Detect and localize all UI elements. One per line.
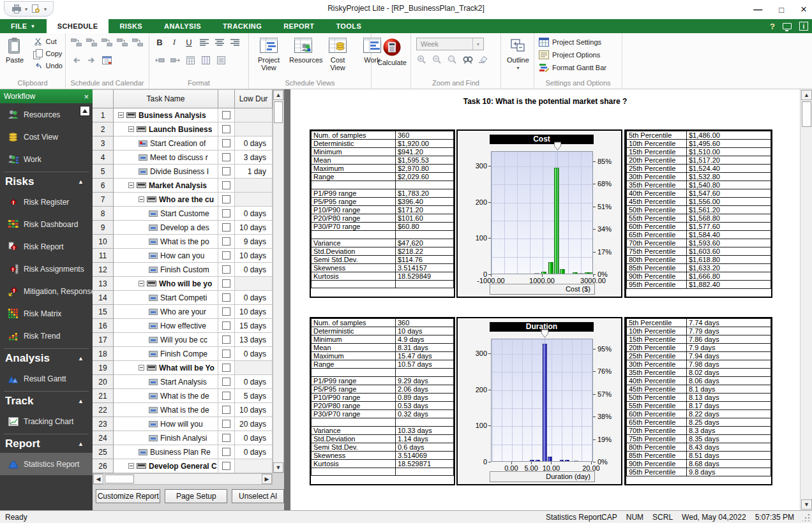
project-settings-button[interactable]: Project Settings [537, 36, 619, 48]
sidebar-scroll-up-icon[interactable] [80, 106, 90, 116]
task-name-cell[interactable]: Business Analysis [114, 108, 218, 122]
marker-handle-icon[interactable] [541, 329, 549, 341]
sidebar-item-risk-matrix[interactable]: Risk Matrix [0, 302, 93, 325]
project-view-button[interactable]: Project View [252, 35, 286, 74]
task-row-number[interactable]: 5 [93, 165, 114, 179]
workflow-close-icon[interactable]: × [84, 92, 89, 101]
align-center-icon[interactable] [214, 37, 225, 47]
low-dur-cell[interactable] [235, 459, 273, 473]
sidebar-item-mitigation-response[interactable]: !Mitigation, Response [0, 280, 93, 302]
low-dur-cell[interactable] [235, 193, 273, 207]
checkbox-icon[interactable] [222, 448, 230, 456]
resize-grip[interactable] [802, 513, 810, 521]
task-row-number[interactable]: 15 [93, 305, 114, 319]
checkbox-icon[interactable] [222, 293, 230, 302]
task-name-cell[interactable]: What is the de [114, 403, 218, 417]
task-select-cell[interactable] [218, 263, 235, 277]
task-name-cell[interactable]: How can you [114, 249, 218, 263]
checkbox-icon[interactable] [222, 251, 230, 260]
low-dur-cell[interactable] [235, 122, 273, 136]
task-select-cell[interactable] [218, 375, 235, 389]
task-name-cell[interactable]: Start Competi [114, 291, 218, 305]
task-select-cell[interactable] [218, 291, 235, 305]
indent-icon[interactable] [170, 55, 181, 65]
collapse-arrow-icon[interactable]: ▲ [78, 179, 84, 185]
task-name-cell[interactable]: Will you be cc [114, 333, 218, 347]
collapse-box-icon[interactable] [118, 112, 124, 118]
low-dur-cell[interactable]: 20 days [235, 417, 273, 431]
collapse-box-icon[interactable] [139, 196, 144, 202]
task-row-number[interactable]: 23 [93, 417, 114, 431]
task-name-cell[interactable]: What is the de [114, 389, 218, 403]
low-dur-cell[interactable]: 9 days [235, 235, 273, 249]
customize-report-button[interactable]: Customize Report [96, 489, 160, 503]
task-row-number[interactable]: 14 [93, 291, 114, 305]
report-scroll-up-icon[interactable]: ▲ [801, 90, 812, 100]
sidebar-item-risk-assignments[interactable]: !Risk Assignments [0, 258, 93, 280]
column-header-low-dur[interactable]: Low Dur [235, 89, 273, 108]
menu-tab-tools[interactable]: TOOLS [325, 19, 372, 33]
low-dur-cell[interactable]: 3 days [235, 151, 273, 165]
bold-button[interactable]: B [154, 38, 165, 47]
task-name-cell[interactable]: How effective [114, 319, 218, 333]
collapse-box-icon[interactable] [139, 365, 144, 371]
checkbox-icon[interactable] [222, 195, 230, 203]
task-row-number[interactable]: 8 [93, 207, 114, 221]
clear-filter-icon[interactable] [477, 54, 488, 64]
low-dur-cell[interactable]: 10 days [235, 249, 273, 263]
checkbox-icon[interactable] [222, 181, 230, 189]
hide-column-icon[interactable] [200, 55, 211, 65]
task-name-cell[interactable]: Start Analysis [114, 375, 218, 389]
remote-support-icon[interactable] [783, 23, 792, 29]
task-row-number[interactable]: 9 [93, 221, 114, 235]
checkbox-icon[interactable] [222, 321, 230, 330]
outdent-icon[interactable] [154, 55, 165, 65]
task-select-cell[interactable] [218, 431, 235, 445]
low-dur-cell[interactable]: 0 days [235, 207, 273, 221]
zoom-icon[interactable] [447, 54, 458, 64]
task-vertical-scrollbar[interactable]: ▲ ▼ [273, 89, 284, 473]
low-dur-cell[interactable]: 1 day [235, 165, 273, 179]
collapse-box-icon[interactable] [139, 281, 144, 286]
column-header-num[interactable] [93, 89, 114, 108]
low-dur-cell[interactable]: 0 days [235, 263, 273, 277]
report-vscroll-thumb[interactable] [802, 101, 811, 127]
task-select-cell[interactable] [218, 151, 235, 165]
task-row-number[interactable]: 10 [93, 235, 114, 249]
task-select-cell[interactable] [218, 347, 235, 361]
collapse-box-icon[interactable] [128, 182, 134, 188]
task-name-cell[interactable]: Meet to discuss r [114, 151, 218, 165]
close-icon[interactable]: × [801, 3, 807, 16]
task-row-number[interactable]: 17 [93, 333, 114, 347]
zoom-period-dropdown[interactable]: Week ▼ [416, 38, 484, 50]
task-row-number[interactable]: 2 [93, 122, 114, 136]
marker-handle-icon[interactable] [553, 142, 562, 153]
low-dur-cell[interactable]: 10 days [235, 403, 273, 417]
checkbox-icon[interactable] [222, 111, 230, 119]
task-name-cell[interactable]: Start Creation of [114, 136, 218, 151]
task-row-number[interactable]: 1 [93, 108, 114, 122]
collapse-box-icon[interactable] [128, 126, 134, 132]
report-vertical-scrollbar[interactable]: ▲ ▼ [800, 89, 812, 510]
checkbox-icon[interactable] [222, 462, 230, 470]
task-row-number[interactable]: 6 [93, 179, 114, 193]
delete-link-icon[interactable] [132, 37, 143, 47]
task-name-cell[interactable]: Divide Business I [114, 165, 218, 179]
menu-tab-tracking[interactable]: TRACKING [212, 19, 273, 33]
scroll-down-icon[interactable]: ▼ [273, 462, 283, 473]
task-select-cell[interactable] [218, 277, 235, 291]
task-select-cell[interactable] [218, 417, 235, 431]
checkbox-icon[interactable] [222, 265, 230, 274]
task-name-cell[interactable]: Market Analysis [114, 179, 218, 193]
task-select-cell[interactable] [218, 193, 235, 207]
report-scroll-down-icon[interactable]: ▼ [801, 499, 812, 510]
task-select-cell[interactable] [218, 221, 235, 235]
task-name-cell[interactable]: What is the po [114, 235, 218, 249]
sidebar-item-statistics-report[interactable]: Statistics Report [0, 453, 93, 475]
menu-tab-schedule[interactable]: SCHEDULE [47, 19, 109, 33]
low-dur-cell[interactable] [235, 108, 273, 122]
checkbox-icon[interactable] [222, 392, 230, 400]
column-header-check[interactable] [218, 89, 235, 108]
info-icon[interactable]: i [799, 22, 808, 31]
task-select-cell[interactable] [218, 403, 235, 417]
